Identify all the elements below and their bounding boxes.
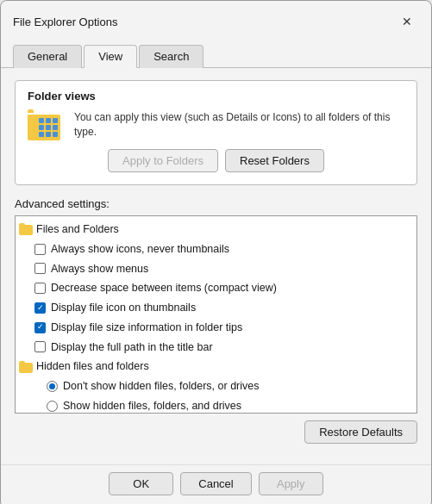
setting-display-file-icon[interactable]: ✓ Display file icon on thumbnails	[16, 298, 416, 318]
folder-sm-icon-hidden	[19, 361, 33, 373]
setting-show-hidden[interactable]: Show hidden files, folders, and drives	[16, 396, 416, 414]
folder-buttons: Apply to Folders Reset Folders	[28, 149, 404, 172]
grid-cell-7	[39, 132, 44, 137]
apply-button[interactable]: Apply	[259, 472, 323, 495]
dialog-title: File Explorer Options	[13, 16, 117, 28]
grid-cell-9	[53, 132, 58, 137]
checkbox-always-menus[interactable]	[34, 263, 46, 274]
grid-cell-1	[39, 118, 44, 123]
category-hidden-files: Hidden files and folders	[16, 357, 416, 376]
ok-button[interactable]: OK	[109, 472, 173, 495]
folder-sm-icon-files	[19, 223, 33, 235]
restore-defaults-row: Restore Defaults	[15, 414, 417, 447]
folder-icon-body	[28, 115, 60, 140]
grid-cell-6	[53, 125, 58, 130]
folder-icon-tab	[28, 109, 34, 113]
apply-to-folders-button[interactable]: Apply to Folders	[108, 149, 218, 172]
tab-view[interactable]: View	[84, 45, 137, 68]
folder-views-label: Folder views	[28, 90, 404, 103]
setting-full-path[interactable]: Display the full path in the title bar	[16, 338, 416, 358]
setting-always-show-menus[interactable]: Always show menus	[16, 259, 416, 279]
grid-cell-8	[46, 132, 51, 137]
tab-search[interactable]: Search	[139, 45, 203, 68]
dialog-window: File Explorer Options ✕ General View Sea…	[0, 0, 432, 504]
folder-views-content: You can apply this view (such as Details…	[28, 109, 404, 140]
checkbox-compact-view[interactable]	[34, 283, 46, 294]
folder-sm-body-hidden	[19, 363, 33, 373]
tab-bar: General View Search	[1, 37, 431, 68]
settings-list[interactable]: Files and Folders Always show icons, nev…	[15, 215, 417, 414]
main-content: Folder views	[1, 68, 431, 464]
radio-dont-show-hidden[interactable]	[47, 381, 58, 392]
cancel-button[interactable]: Cancel	[180, 472, 251, 495]
checkbox-display-file-icon[interactable]: ✓	[34, 302, 46, 314]
folder-sm-body-files	[19, 225, 33, 235]
checkbox-display-file-size[interactable]: ✓	[34, 322, 46, 333]
folder-icon	[28, 109, 62, 140]
title-bar: File Explorer Options ✕	[1, 1, 431, 34]
grid-cell-5	[46, 125, 51, 130]
setting-display-file-size[interactable]: ✓ Display file size information in folde…	[16, 318, 416, 338]
setting-always-show-icons[interactable]: Always show icons, never thumbnails	[16, 240, 416, 259]
grid-cell-4	[39, 125, 44, 130]
category-files-folders: Files and Folders	[16, 220, 416, 240]
close-button[interactable]: ✕	[395, 9, 419, 34]
checkbox-always-icons[interactable]	[34, 244, 46, 255]
setting-compact-view[interactable]: Decrease space between items (compact vi…	[16, 278, 416, 298]
reset-folders-button[interactable]: Reset Folders	[225, 149, 324, 172]
setting-dont-show-hidden[interactable]: Don't show hidden files, folders, or dri…	[16, 376, 416, 396]
radio-show-hidden[interactable]	[47, 401, 58, 412]
advanced-label: Advanced settings:	[15, 197, 417, 210]
grid-cell-3	[53, 118, 58, 123]
folder-icon-grid	[39, 118, 58, 137]
checkbox-full-path[interactable]	[34, 341, 46, 352]
folder-views-section: Folder views	[15, 80, 417, 185]
restore-defaults-button[interactable]: Restore Defaults	[304, 420, 417, 444]
dialog-buttons: OK Cancel Apply	[1, 464, 431, 504]
tab-general[interactable]: General	[13, 45, 82, 68]
folder-views-description: You can apply this view (such as Details…	[74, 110, 404, 140]
grid-cell-2	[46, 118, 51, 123]
